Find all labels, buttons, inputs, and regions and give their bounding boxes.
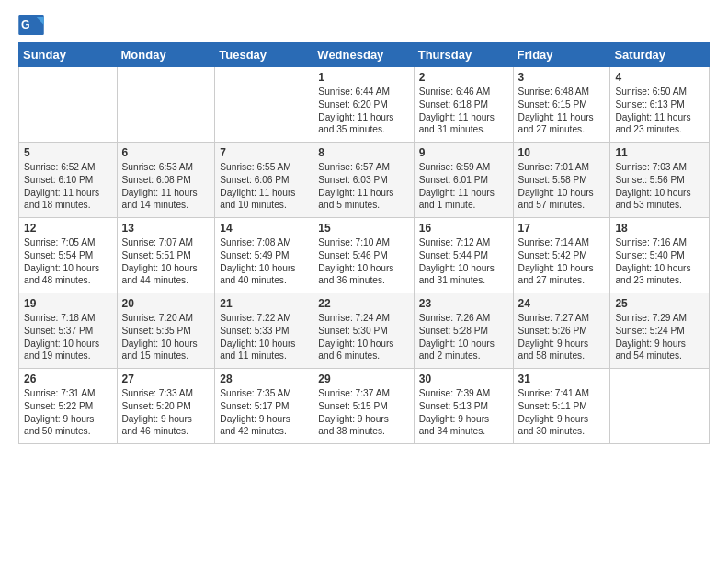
calendar-day-cell: 28Sunrise: 7:35 AM Sunset: 5:17 PM Dayli… [215,369,313,444]
day-number: 31 [518,373,606,385]
day-info: Sunrise: 7:24 AM Sunset: 5:30 PM Dayligh… [318,313,393,361]
calendar-day-cell: 8Sunrise: 6:57 AM Sunset: 6:03 PM Daylig… [313,143,414,218]
calendar-day-cell: 19Sunrise: 7:18 AM Sunset: 5:37 PM Dayli… [19,293,118,369]
day-info: Sunrise: 6:57 AM Sunset: 6:03 PM Dayligh… [318,162,393,210]
weekday-header: Friday [513,43,610,67]
calendar-day-cell: 6Sunrise: 6:53 AM Sunset: 6:08 PM Daylig… [117,143,215,218]
calendar-day-cell: 5Sunrise: 6:52 AM Sunset: 6:10 PM Daylig… [19,143,118,218]
calendar-day-cell: 21Sunrise: 7:22 AM Sunset: 5:33 PM Dayli… [215,293,313,369]
day-info: Sunrise: 7:03 AM Sunset: 5:56 PM Dayligh… [615,162,690,210]
day-info: Sunrise: 7:20 AM Sunset: 5:35 PM Dayligh… [122,313,198,361]
calendar-day-cell: 29Sunrise: 7:37 AM Sunset: 5:15 PM Dayli… [313,369,414,444]
calendar-day-cell: 31Sunrise: 7:41 AM Sunset: 5:11 PM Dayli… [513,369,610,444]
calendar-day-cell: 16Sunrise: 7:12 AM Sunset: 5:44 PM Dayli… [414,218,513,293]
calendar-day-cell: 3Sunrise: 6:48 AM Sunset: 6:15 PM Daylig… [513,67,610,143]
day-number: 26 [24,373,112,385]
day-info: Sunrise: 7:31 AM Sunset: 5:22 PM Dayligh… [24,388,96,436]
calendar-day-cell: 25Sunrise: 7:29 AM Sunset: 5:24 PM Dayli… [610,293,710,369]
calendar-week-row: 12Sunrise: 7:05 AM Sunset: 5:54 PM Dayli… [19,218,710,293]
day-info: Sunrise: 7:35 AM Sunset: 5:17 PM Dayligh… [220,388,291,436]
day-number: 19 [24,297,112,310]
calendar-week-row: 19Sunrise: 7:18 AM Sunset: 5:37 PM Dayli… [19,293,710,369]
day-info: Sunrise: 7:22 AM Sunset: 5:33 PM Dayligh… [220,313,295,361]
calendar-week-row: 5Sunrise: 6:52 AM Sunset: 6:10 PM Daylig… [19,143,710,218]
calendar-day-cell: 24Sunrise: 7:27 AM Sunset: 5:26 PM Dayli… [513,293,610,369]
day-info: Sunrise: 6:50 AM Sunset: 6:13 PM Dayligh… [615,86,690,134]
calendar-day-cell: 2Sunrise: 6:46 AM Sunset: 6:18 PM Daylig… [414,67,513,143]
calendar-day-cell [117,67,215,143]
calendar-day-cell: 18Sunrise: 7:16 AM Sunset: 5:40 PM Dayli… [610,218,710,293]
calendar-day-cell [215,67,313,143]
calendar-day-cell: 17Sunrise: 7:14 AM Sunset: 5:42 PM Dayli… [513,218,610,293]
day-number: 5 [24,146,112,159]
day-info: Sunrise: 6:48 AM Sunset: 6:15 PM Dayligh… [518,86,594,134]
logo-icon: G [18,15,44,35]
day-number: 27 [122,373,210,385]
svg-text:G: G [21,18,30,31]
weekday-header: Thursday [414,43,513,67]
calendar-day-cell: 10Sunrise: 7:01 AM Sunset: 5:58 PM Dayli… [513,143,610,218]
weekday-header: Sunday [19,43,118,67]
calendar-day-cell: 7Sunrise: 6:55 AM Sunset: 6:06 PM Daylig… [215,143,313,218]
day-info: Sunrise: 7:16 AM Sunset: 5:40 PM Dayligh… [615,237,690,285]
day-number: 18 [615,222,704,235]
calendar-day-cell: 4Sunrise: 6:50 AM Sunset: 6:13 PM Daylig… [610,67,710,143]
calendar-day-cell: 22Sunrise: 7:24 AM Sunset: 5:30 PM Dayli… [313,293,414,369]
day-info: Sunrise: 7:07 AM Sunset: 5:51 PM Dayligh… [122,237,198,285]
calendar-header-row: SundayMondayTuesdayWednesdayThursdayFrid… [19,43,710,67]
day-info: Sunrise: 7:18 AM Sunset: 5:37 PM Dayligh… [24,313,99,361]
day-number: 2 [419,71,508,84]
day-info: Sunrise: 6:59 AM Sunset: 6:01 PM Dayligh… [419,162,495,210]
day-number: 6 [122,146,210,159]
calendar-day-cell: 15Sunrise: 7:10 AM Sunset: 5:46 PM Dayli… [313,218,414,293]
day-info: Sunrise: 7:01 AM Sunset: 5:58 PM Dayligh… [518,162,594,210]
day-number: 25 [615,297,704,310]
calendar-day-cell: 23Sunrise: 7:26 AM Sunset: 5:28 PM Dayli… [414,293,513,369]
calendar-day-cell: 14Sunrise: 7:08 AM Sunset: 5:49 PM Dayli… [215,218,313,293]
day-number: 7 [220,146,308,159]
calendar-day-cell: 30Sunrise: 7:39 AM Sunset: 5:13 PM Dayli… [414,369,513,444]
day-info: Sunrise: 7:41 AM Sunset: 5:11 PM Dayligh… [518,388,590,436]
day-info: Sunrise: 7:37 AM Sunset: 5:15 PM Dayligh… [318,388,390,436]
day-info: Sunrise: 7:26 AM Sunset: 5:28 PM Dayligh… [419,313,495,361]
day-number: 9 [419,146,508,159]
day-info: Sunrise: 6:44 AM Sunset: 6:20 PM Dayligh… [318,86,393,134]
calendar-day-cell: 11Sunrise: 7:03 AM Sunset: 5:56 PM Dayli… [610,143,710,218]
day-info: Sunrise: 7:05 AM Sunset: 5:54 PM Dayligh… [24,237,99,285]
day-info: Sunrise: 6:53 AM Sunset: 6:08 PM Dayligh… [122,162,198,210]
calendar-day-cell [610,369,710,444]
day-info: Sunrise: 6:46 AM Sunset: 6:18 PM Dayligh… [419,86,495,134]
day-number: 4 [615,71,704,84]
day-number: 16 [419,222,508,235]
day-number: 11 [615,146,704,159]
day-number: 14 [220,222,308,235]
weekday-header: Monday [117,43,215,67]
day-number: 23 [419,297,508,310]
day-number: 21 [220,297,308,310]
day-number: 17 [518,222,606,235]
day-number: 30 [419,373,508,385]
day-info: Sunrise: 7:29 AM Sunset: 5:24 PM Dayligh… [615,313,687,361]
day-info: Sunrise: 7:14 AM Sunset: 5:42 PM Dayligh… [518,237,594,285]
calendar-day-cell: 1Sunrise: 6:44 AM Sunset: 6:20 PM Daylig… [313,67,414,143]
day-number: 15 [318,222,408,235]
day-number: 10 [518,146,606,159]
day-info: Sunrise: 7:10 AM Sunset: 5:46 PM Dayligh… [318,237,393,285]
weekday-header: Saturday [610,43,710,67]
day-number: 29 [318,373,408,385]
day-number: 24 [518,297,606,310]
calendar-day-cell: 12Sunrise: 7:05 AM Sunset: 5:54 PM Dayli… [19,218,118,293]
day-info: Sunrise: 7:39 AM Sunset: 5:13 PM Dayligh… [419,388,491,436]
day-info: Sunrise: 6:52 AM Sunset: 6:10 PM Dayligh… [24,162,99,210]
day-number: 13 [122,222,210,235]
page: G SundayMondayTuesdayWednesdayThursdayFr… [0,0,728,454]
weekday-header: Wednesday [313,43,414,67]
calendar-day-cell: 20Sunrise: 7:20 AM Sunset: 5:35 PM Dayli… [117,293,215,369]
day-number: 3 [518,71,606,84]
day-info: Sunrise: 7:27 AM Sunset: 5:26 PM Dayligh… [518,313,590,361]
day-info: Sunrise: 7:12 AM Sunset: 5:44 PM Dayligh… [419,237,495,285]
day-number: 20 [122,297,210,310]
day-info: Sunrise: 6:55 AM Sunset: 6:06 PM Dayligh… [220,162,295,210]
calendar-table: SundayMondayTuesdayWednesdayThursdayFrid… [18,42,710,444]
day-number: 28 [220,373,308,385]
